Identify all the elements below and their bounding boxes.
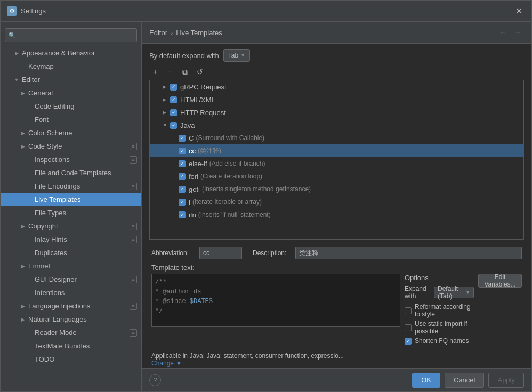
checkbox-l[interactable]: ✓ [179, 199, 186, 206]
close-button[interactable]: ✕ [512, 5, 525, 18]
checkbox-http[interactable]: ✓ [170, 109, 177, 116]
shorten-fq-checkbox[interactable]: ✓ [405, 338, 412, 345]
ok-button[interactable]: OK [412, 373, 440, 388]
sidebar-item-inlay-hints[interactable]: Inlay Hints ≡ [1, 233, 141, 246]
shorten-fq-row: ✓ Shorten FQ names [405, 337, 474, 345]
C-desc: (Surround with Callable) [196, 134, 264, 142]
sidebar-item-file-code-templates[interactable]: File and Code Templates [1, 166, 141, 179]
list-item-else-if[interactable]: ✓ else-if (Add else-if branch) [150, 157, 523, 170]
code-line-4: */ [155, 307, 163, 315]
sidebar-item-keymap[interactable]: Keymap [1, 60, 141, 73]
list-item-fori[interactable]: ✓ fori (Create iteration loop) [150, 170, 523, 183]
sidebar-item-language-injections[interactable]: ▶ Language Injections ≡ [1, 299, 141, 313]
breadcrumb-nav: ← → [496, 26, 524, 39]
sidebar-item-label: Language Injections [28, 302, 90, 310]
sidebar-item-label: Emmet [28, 262, 50, 270]
geti-abbr: geti [189, 185, 200, 193]
search-box[interactable]: 🔍 [5, 28, 137, 42]
list-item-l[interactable]: ✓ l (Iterate Iterable or array) [150, 195, 523, 208]
reformat-checkbox[interactable] [405, 307, 412, 314]
field-row-abbr-desc: Abbreviation: Description: [149, 247, 524, 259]
sidebar-item-code-style[interactable]: ▶ Code Style ≡ [1, 140, 141, 153]
main-content: 🔍 ▶ Appearance & Behavior Keymap ▼ Edito… [1, 22, 531, 391]
expand-arrow-emmet: ▶ [20, 263, 26, 270]
sidebar-item-color-scheme[interactable]: ▶ Color Scheme [1, 126, 141, 140]
sidebar-item-live-templates[interactable]: Live Templates [1, 193, 141, 206]
sidebar-item-appearance[interactable]: ▶ Appearance & Behavior [1, 46, 141, 60]
copy-template-button[interactable]: ⧉ [179, 66, 191, 78]
nav-back-button[interactable]: ← [496, 26, 509, 39]
expand-arrow-keymap [20, 63, 26, 70]
template-list[interactable]: ▶ ✓ gRPC Request ▶ ✓ HTML/XML ▶ [149, 80, 524, 240]
help-button[interactable]: ? [149, 374, 161, 386]
list-item-java[interactable]: ▼ ✓ Java [150, 119, 523, 132]
change-arrow-icon: ▼ [175, 360, 182, 367]
template-text-area[interactable]: /** * @author ds * @since $DATE$ */ [151, 274, 400, 327]
options-panel: Options Expand with Default (Tab) ▼ [405, 274, 522, 350]
ifn-abbr: ifn [189, 211, 196, 219]
sidebar-item-gui-designer[interactable]: GUI Designer ≡ [1, 273, 141, 286]
sidebar-item-code-editing[interactable]: Code Editing [1, 100, 141, 113]
checkbox-java[interactable]: ✓ [170, 122, 177, 129]
list-item-cc[interactable]: ✓ cc (类注释) [150, 144, 523, 157]
sidebar-item-file-encodings[interactable]: File Encodings ≡ [1, 179, 141, 193]
sidebar-item-inspections[interactable]: Inspections ≡ [1, 153, 141, 166]
expand-arrow-editor: ▼ [13, 77, 20, 83]
cc-desc: (类注释) [198, 146, 221, 156]
sidebar-item-reader-mode[interactable]: Reader Mode ≡ [1, 326, 141, 339]
sidebar-item-textmate-bundles[interactable]: TextMate Bundles [1, 339, 141, 353]
sidebar-item-intentions[interactable]: Intentions [1, 286, 141, 299]
change-link[interactable]: Change ▼ [151, 360, 182, 367]
sidebar-item-emmet[interactable]: ▶ Emmet [1, 259, 141, 273]
abbreviation-input[interactable] [199, 247, 242, 259]
static-import-checkbox[interactable] [405, 324, 412, 331]
list-item-htmlxml[interactable]: ▶ ✓ HTML/XML [150, 93, 523, 106]
checkbox-geti[interactable]: ✓ [179, 186, 186, 193]
expand-arrow-lt [26, 197, 33, 203]
list-item-ifn[interactable]: ✓ ifn (Inserts 'if null' statement) [150, 208, 523, 221]
sidebar-item-file-types[interactable]: File Types [1, 206, 141, 219]
list-item-C[interactable]: ✓ C (Surround with Callable) [150, 132, 523, 144]
apply-button[interactable]: Apply [488, 373, 524, 388]
search-icon: 🔍 [9, 32, 16, 39]
checkbox-cc[interactable]: ✓ [179, 148, 186, 154]
chevron-down-icon-2: ▼ [465, 290, 470, 295]
change-label: Change [151, 360, 174, 367]
list-item-geti[interactable]: ✓ geti (Inserts singleton method getInst… [150, 183, 523, 195]
checkbox-htmlxml[interactable]: ✓ [170, 96, 177, 103]
checkbox-else-if[interactable]: ✓ [179, 160, 186, 167]
description-input[interactable] [295, 247, 522, 259]
checkbox-C[interactable]: ✓ [179, 135, 186, 142]
fori-abbr: fori [189, 173, 198, 181]
sidebar-item-natural-languages[interactable]: ▶ Natural Languages [1, 313, 141, 326]
sidebar-item-label: Inspections [35, 156, 70, 164]
sidebar-item-general[interactable]: ▶ General [1, 86, 141, 100]
checkbox-grpc[interactable]: ✓ [170, 84, 177, 91]
nav-forward-button[interactable]: → [511, 26, 524, 39]
reset-template-button[interactable]: ↺ [194, 66, 206, 78]
edit-variables-button[interactable]: Edit Variables... [478, 274, 522, 288]
sidebar-item-todo[interactable]: TODO [1, 353, 141, 366]
expand-arrow-insp [26, 157, 33, 163]
code-line-2: * @author ds [155, 288, 201, 296]
sidebar-item-copyright[interactable]: ▶ Copyright ≡ [1, 219, 141, 233]
sidebar-item-editor[interactable]: ▼ Editor [1, 73, 141, 86]
search-input[interactable] [18, 31, 133, 39]
checkbox-fori[interactable]: ✓ [179, 173, 186, 180]
expand-arrow-gui [26, 276, 33, 283]
expand-with-option-dropdown[interactable]: Default (Tab) ▼ [434, 287, 474, 298]
list-item-http[interactable]: ▶ ✓ HTTP Request [150, 106, 523, 119]
expand-with-dropdown[interactable]: Tab ▼ [223, 49, 250, 62]
add-template-button[interactable]: + [149, 66, 161, 78]
checkbox-ifn[interactable]: ✓ [179, 211, 186, 218]
http-label: HTTP Request [180, 109, 226, 117]
sidebar-item-label: File and Code Templates [35, 169, 111, 177]
remove-template-button[interactable]: − [164, 66, 176, 78]
list-item-grpc[interactable]: ▶ ✓ gRPC Request [150, 80, 523, 93]
expand-with-option-label: Expand with [405, 285, 431, 300]
expand-with-option-value: Default (Tab) [438, 285, 463, 300]
sidebar-item-label: TODO [35, 355, 54, 363]
sidebar-item-font[interactable]: Font [1, 113, 141, 126]
sidebar-item-duplicates[interactable]: Duplicates [1, 246, 141, 259]
cancel-button[interactable]: Cancel [445, 373, 484, 388]
